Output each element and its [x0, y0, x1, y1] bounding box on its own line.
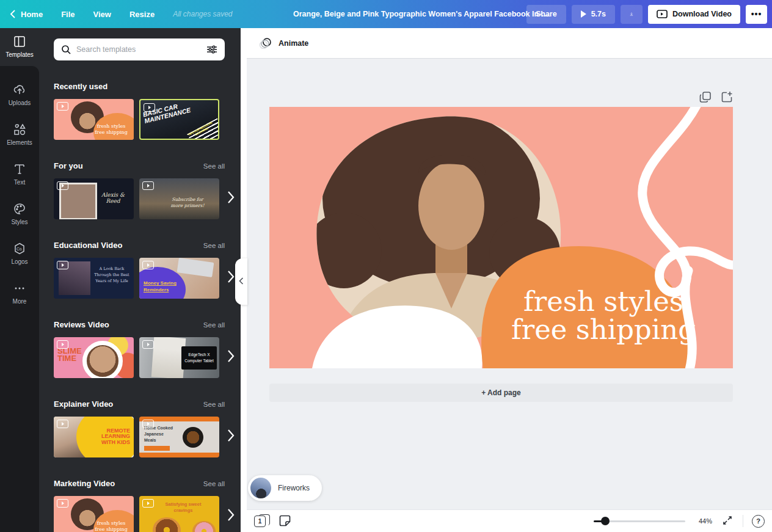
svg-text:Co.: Co. — [16, 246, 23, 250]
sidebar-item-uploads[interactable]: Uploads — [0, 75, 39, 114]
zoom-level: 44% — [694, 517, 712, 525]
sidebar-item-more[interactable]: More — [0, 273, 39, 313]
video-icon — [657, 10, 668, 18]
document-title[interactable]: Orange, Beige and Pink Typographic Women… — [293, 10, 550, 18]
video-badge-icon — [57, 499, 68, 508]
add-page-icon-button[interactable] — [721, 91, 733, 103]
chevron-right-icon[interactable] — [227, 349, 235, 363]
notes-icon — [279, 515, 291, 527]
section-educational-video: Educational Video See all A Look Back Th… — [54, 241, 247, 299]
see-all-link[interactable]: See all — [203, 401, 225, 408]
zoom-slider-knob[interactable] — [601, 517, 610, 525]
styles-icon — [13, 202, 26, 216]
chevron-right-icon[interactable] — [227, 508, 235, 522]
help-button[interactable]: ? — [752, 515, 765, 528]
animate-button[interactable]: Animate — [253, 32, 315, 54]
resize-menu[interactable]: Resize — [129, 10, 155, 19]
canva-editor: Home File View Resize All changes saved … — [0, 0, 772, 532]
sidebar-item-text[interactable]: Text — [0, 154, 39, 194]
page-list-button[interactable]: 1 — [254, 514, 270, 528]
template-thumb-edgetech-tablet[interactable]: EdgeTech X Computer Tablet — [139, 337, 219, 378]
search-input[interactable] — [76, 45, 201, 54]
page-number: 1 — [254, 516, 266, 527]
section-title: For you — [54, 161, 83, 170]
sidebar-item-styles[interactable]: Styles — [0, 194, 39, 233]
template-thumb-subscribe[interactable]: Subscribe for more primers! — [139, 178, 219, 219]
video-badge-icon — [142, 420, 154, 428]
add-page-button[interactable]: + Add page — [269, 384, 733, 402]
status-bar: 1 44% ? — [247, 509, 772, 532]
home-label: Home — [21, 10, 43, 19]
sidebar-item-templates[interactable]: Templates — [0, 28, 39, 65]
search-icon — [61, 45, 71, 54]
share-button[interactable]: Share — [526, 5, 566, 24]
elements-icon — [13, 123, 26, 136]
see-all-link[interactable]: See all — [203, 162, 225, 170]
template-thumb-fresh-styles[interactable]: fresh styles free shipping — [54, 99, 134, 140]
template-thumb-fresh-styles-2[interactable]: fresh styles free shipping — [54, 496, 134, 532]
view-menu[interactable]: View — [93, 10, 111, 19]
template-thumb-remote-learning[interactable]: REMOTE LEARNING WITH KIDS — [54, 417, 134, 457]
more-options-button[interactable]: ••• — [746, 5, 767, 24]
template-thumb-money-saving[interactable]: Money Saving Reminders — [139, 258, 219, 299]
add-page-icon — [721, 91, 733, 103]
download-icon — [630, 9, 633, 19]
template-thumb-car-maintenance[interactable]: BASIC CAR MAINTENANCE TIPS FOR REGULAR C… — [139, 99, 219, 140]
template-thumb-slime-time[interactable]: SLIME TIME — [54, 337, 134, 378]
video-badge-icon — [57, 340, 68, 349]
collaborator-avatar — [250, 478, 271, 498]
context-toolbar: Animate — [247, 28, 772, 59]
section-reviews-video: Reviews Video See all SLIME TIME EdgeTec… — [54, 320, 247, 378]
duplicate-page-button[interactable] — [699, 91, 712, 103]
template-thumb-sweet-cravings[interactable]: Satisfying sweet cravings — [139, 496, 219, 532]
sidebar-item-elements[interactable]: Elements — [0, 114, 39, 154]
chevron-right-icon[interactable] — [227, 191, 235, 204]
video-badge-icon — [57, 261, 68, 269]
design-text-line2[interactable]: free shipping — [511, 313, 696, 346]
video-badge-icon — [142, 181, 154, 190]
see-all-link[interactable]: See all — [203, 321, 225, 329]
video-badge-icon — [57, 102, 68, 111]
chevron-right-icon[interactable] — [227, 270, 235, 283]
collapse-panel-button[interactable] — [235, 258, 247, 305]
sidebar-item-logos[interactable]: Co. Logos — [0, 233, 39, 273]
topbar: Home File View Resize All changes saved … — [0, 0, 772, 28]
logos-icon: Co. — [13, 242, 26, 255]
template-thumb-wedding[interactable]: Alexis & Reed — [54, 178, 134, 219]
video-badge-icon — [144, 103, 155, 112]
text-icon — [13, 162, 26, 176]
template-thumb-look-back[interactable]: A Look Back Through the Best Years of My… — [54, 258, 134, 299]
duration-label: 5.7s — [591, 10, 606, 18]
see-all-link[interactable]: See all — [203, 480, 225, 487]
download-video-button[interactable]: Download Video — [648, 5, 740, 24]
section-title: Recently used — [54, 82, 107, 91]
filter-icon[interactable] — [206, 45, 217, 54]
file-menu[interactable]: File — [61, 10, 75, 19]
collaborator-pill[interactable]: Fireworks — [248, 475, 322, 501]
notes-button[interactable] — [279, 515, 291, 527]
play-icon — [581, 10, 586, 18]
canvas-zone: fresh styles free shipping + Add page Fi… — [247, 59, 772, 509]
video-badge-icon — [142, 340, 154, 349]
collaborator-name: Fireworks — [278, 484, 319, 492]
section-recently-used: Recently used fresh styles free shipping… — [54, 82, 247, 140]
see-all-link[interactable]: See all — [203, 242, 225, 249]
template-thumb-japanese-meals[interactable]: Home Cooked Japanese Meals — [139, 417, 219, 457]
download-button[interactable] — [621, 5, 643, 24]
play-button[interactable]: 5.7s — [572, 5, 615, 24]
section-title: Educational Video — [54, 241, 122, 250]
design-page[interactable]: fresh styles free shipping — [269, 107, 733, 368]
video-badge-icon — [57, 420, 68, 428]
zoom-slider[interactable] — [594, 517, 685, 525]
search-box[interactable] — [54, 38, 225, 60]
chevron-left-icon — [239, 277, 244, 285]
section-for-you: For you See all Alexis & Reed Subscribe … — [54, 161, 247, 219]
animate-icon — [259, 37, 272, 49]
section-title: Explainer Video — [54, 399, 113, 409]
section-explainer-video: Explainer Video See all REMOTE LEARNING … — [54, 399, 247, 457]
home-button[interactable]: Home — [10, 10, 43, 19]
chevron-right-icon[interactable] — [227, 429, 235, 442]
fullscreen-button[interactable] — [721, 514, 734, 528]
save-status: All changes saved — [173, 10, 232, 18]
duplicate-icon — [699, 91, 712, 103]
